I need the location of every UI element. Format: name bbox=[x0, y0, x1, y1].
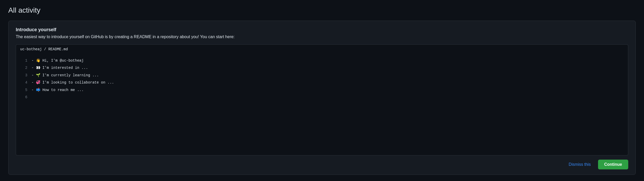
line-number-3: 3 bbox=[20, 72, 27, 78]
code-line-3: 3 - 🌱 I'm currently learning ... bbox=[16, 72, 628, 79]
code-line-4: 4 - 💞️ I'm looking to collaborate on ... bbox=[16, 79, 628, 86]
continue-button[interactable]: Continue bbox=[598, 160, 628, 169]
actions-row: Dismiss this Continue bbox=[16, 160, 628, 169]
dismiss-button[interactable]: Dismiss this bbox=[566, 160, 594, 169]
card-description: The easiest way to introduce yourself on… bbox=[16, 35, 628, 39]
line-number-1: 1 bbox=[20, 58, 27, 63]
code-line-2: 2 - 👀 I'm interested in ... bbox=[16, 64, 628, 71]
line-content-3: - 🌱 I'm currently learning ... bbox=[32, 72, 99, 78]
code-block: 1 - 👋 Hi, I'm @uc-botheaj 2 - 👀 I'm inte… bbox=[16, 54, 628, 155]
code-line-5: 5 - 📫 How to reach me ... bbox=[16, 86, 628, 94]
file-path-bar: uc-botheaj / README.md bbox=[16, 44, 628, 54]
line-number-2: 2 bbox=[20, 65, 27, 71]
line-number-5: 5 bbox=[20, 87, 27, 93]
line-number-6: 6 bbox=[20, 94, 27, 100]
page-container: All activity Introduce yourself The easi… bbox=[0, 0, 644, 181]
line-number-4: 4 bbox=[20, 80, 27, 85]
code-line-1: 1 - 👋 Hi, I'm @uc-botheaj bbox=[16, 57, 628, 64]
page-title: All activity bbox=[8, 6, 636, 14]
card-title: Introduce yourself bbox=[16, 27, 628, 32]
line-content-2: - 👀 I'm interested in ... bbox=[32, 65, 88, 71]
line-content-5: - 📫 How to reach me ... bbox=[32, 87, 84, 93]
introduce-yourself-card: Introduce yourself The easiest way to in… bbox=[8, 21, 636, 175]
line-content-4: - 💞️ I'm looking to collaborate on ... bbox=[32, 80, 114, 85]
line-content-1: - 👋 Hi, I'm @uc-botheaj bbox=[32, 58, 84, 63]
code-line-6: 6 bbox=[16, 94, 628, 101]
line-content-6 bbox=[32, 94, 34, 100]
